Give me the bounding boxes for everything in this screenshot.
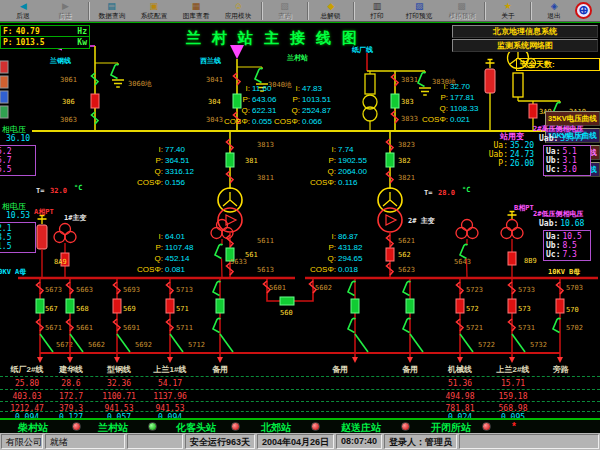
feeder-0-breaker[interactable] — [36, 299, 44, 313]
sw-3060-ground-label: 3060地 — [128, 80, 152, 88]
feeder-name-label: 纸厂2#线 — [0, 364, 54, 375]
feeder-7-breaker[interactable] — [456, 299, 464, 313]
feeder-3-bypass-switch[interactable] — [170, 334, 183, 352]
breaker-382[interactable] — [386, 153, 394, 167]
table-value: 51.36 — [436, 379, 484, 388]
feeder-4-bypass-switch[interactable] — [220, 334, 233, 352]
back-icon: ◀ — [20, 2, 27, 12]
table-column-8: 上兰2#线15.71159.18568.980.095 — [486, 359, 540, 418]
breaker-381[interactable] — [226, 153, 234, 167]
globe-icon[interactable]: ⊕ — [575, 2, 592, 19]
query-button[interactable]: ▧查询 — [264, 0, 306, 21]
uab-value: 10.53 — [6, 211, 36, 220]
feeder-8-bypass-switch[interactable] — [512, 334, 525, 352]
geo-system-button[interactable]: 北京地理信息系统 — [452, 25, 598, 38]
feeder-5-breaker[interactable] — [351, 299, 359, 313]
print-preview-button[interactable]: ▨打印预览 — [398, 0, 440, 21]
transformer1-symbol[interactable] — [218, 188, 242, 232]
network-map-button[interactable]: 监测系统网络图 — [452, 39, 598, 52]
sw-5671-label: 5671 — [45, 324, 62, 332]
about-button[interactable]: ★关于 — [487, 0, 529, 21]
curve-35kv-voltage-button[interactable]: 35KV电压曲线 — [545, 111, 600, 126]
pt-5643-branch — [456, 220, 478, 279]
bkr-572-label: 572 — [466, 305, 479, 313]
measurement-t1-lv: I:64.01 P:1107.48 Q:452.14 COSΦ:0.081 — [131, 231, 211, 275]
toolbar-separator — [88, 2, 90, 20]
feeder-8-breaker[interactable] — [508, 299, 516, 313]
back-button[interactable]: ◀后退 — [2, 0, 44, 21]
sw-5633-label: 5633 — [230, 258, 247, 266]
feeder-2-breaker[interactable] — [113, 299, 121, 313]
sw-5663-label: 5663 — [76, 286, 93, 294]
temp1-prefix: T= — [36, 187, 44, 195]
unlock-all-button[interactable]: ◆总解锁 — [310, 0, 352, 21]
system-config-button[interactable]: ▣系统配置 — [133, 0, 175, 21]
measurement-t1-hv: I:77.40 P:364.51 Q:3316.12 COSΦ:0.156 — [131, 144, 211, 188]
table-value: 54.17 — [142, 379, 198, 388]
breaker-562[interactable] — [386, 248, 394, 261]
app-module-button[interactable]: ☺应用模块 — [217, 0, 259, 21]
image-library-button[interactable]: ▦图库查看 — [175, 0, 217, 21]
measurement-zhichang: I:32.70 P:177.81 Q:1108.33 COSΦ:0.021 — [416, 81, 496, 125]
feeder-3-breaker[interactable] — [166, 299, 174, 313]
table-value: 172.7 — [48, 392, 94, 401]
measurement-t2-hv: I:7.74 P:1902.55 Q:2064.00 COSΦ:0.116 — [304, 144, 384, 188]
switch-5633[interactable] — [215, 244, 223, 258]
bkr-560-label: 560 — [280, 309, 293, 317]
temp1-value: 32.0 — [50, 187, 67, 195]
feeder-name-label: 型钢线 — [96, 364, 142, 375]
breaker-306[interactable] — [91, 94, 99, 108]
sw-5661-label: 5661 — [76, 324, 93, 332]
feeder-7-bypass-switch[interactable] — [460, 334, 473, 352]
transformer2-symbol[interactable] — [378, 188, 402, 232]
arrester-body — [37, 225, 47, 249]
empty-status-cell — [459, 434, 599, 449]
table-column-9: 旁路 — [540, 359, 582, 418]
switch-5643[interactable] — [460, 244, 468, 258]
feeder-data-table: 纸厂2#线25.80403.031212.470.094建华线28.6172.7… — [0, 359, 600, 418]
huaketou-status-led — [231, 422, 240, 431]
sw-5643-label: 5643 — [454, 258, 471, 266]
login-cell: 登录人：管理员 — [384, 434, 457, 449]
sw-5662-label: 5662 — [88, 341, 105, 349]
breaker-383[interactable] — [391, 94, 399, 108]
breaker-560[interactable] — [280, 297, 294, 305]
table-value: 15.71 — [486, 379, 540, 388]
forward-button[interactable]: ▶前进 — [44, 0, 86, 21]
print-preview-icon: ▨ — [415, 2, 424, 12]
print-icon: ▥ — [373, 2, 382, 12]
toolbar: ◀后退 ▶前进 ▤数据查询 ▣系统配置 ▦图库查看 ☺应用模块 ▧查询 ◆总解锁… — [0, 0, 600, 22]
ground-switch-3040[interactable] — [255, 68, 263, 82]
feeder-9-breaker[interactable] — [556, 299, 564, 313]
data-query-button[interactable]: ▤数据查询 — [91, 0, 133, 21]
breaker-3a9[interactable] — [529, 104, 537, 118]
feeder-2-bypass-switch[interactable] — [117, 334, 130, 352]
exit-button[interactable]: ◈退出 — [533, 0, 575, 21]
breaker-8b9[interactable] — [508, 252, 516, 265]
bkr-561-label: 561 — [245, 251, 258, 259]
bkr-382-label: 382 — [398, 157, 411, 165]
feeder-4-breaker[interactable] — [216, 299, 224, 313]
simulation-button[interactable]: ▩模拟预演 — [441, 0, 483, 21]
bus1-voltage-block: 相电压 36.10 5.2 5.7 5.5 — [0, 125, 36, 176]
left-edge-buttons[interactable] — [0, 61, 8, 118]
feeder-5-bypass-switch[interactable] — [355, 334, 368, 352]
feeder-0-bypass-switch[interactable] — [40, 334, 53, 352]
chaicun-status-led — [72, 422, 81, 431]
feeder-1-breaker[interactable] — [66, 299, 74, 313]
feeder-6-breaker[interactable] — [406, 299, 414, 313]
t2-lv-voltage-block: 2#低压侧相电压 Uab:10.68 Ua:10.5 Ub:8.5 Uc:7.3 — [533, 210, 591, 261]
bkr-573-label: 573 — [518, 305, 531, 313]
bkr-383-label: 383 — [401, 98, 414, 106]
transformer1-branch — [218, 131, 242, 278]
print-button[interactable]: ▥打印 — [356, 0, 398, 21]
feeder-6-bypass-switch[interactable] — [410, 334, 423, 352]
winding-icon — [513, 73, 523, 97]
safe-days-cell: 安全运行963天 — [185, 434, 255, 449]
sw-5712-label: 5712 — [188, 341, 205, 349]
table-column-6: 备用 — [388, 359, 432, 418]
ground-switch-3060[interactable] — [111, 64, 119, 78]
forward-icon: ▶ — [62, 2, 69, 12]
zhaosongzhuang-status-led — [401, 422, 410, 431]
ground-symbol — [112, 80, 124, 87]
